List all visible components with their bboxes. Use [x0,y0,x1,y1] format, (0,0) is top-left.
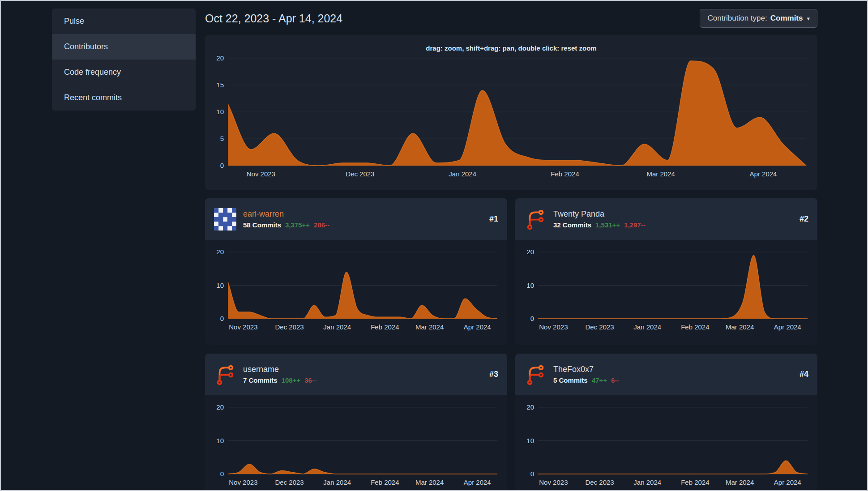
svg-text:20: 20 [216,403,224,411]
svg-text:Mar 2024: Mar 2024 [415,323,444,331]
svg-text:10: 10 [216,282,224,289]
contributor-chart[interactable]: 01020Nov 2023Dec 2023Jan 2024Feb 2024Mar… [515,395,817,491]
contribution-type-label: Contribution type: [707,14,767,23]
commit-count: 32 Commits [553,221,591,229]
svg-text:Feb 2024: Feb 2024 [371,478,399,486]
svg-text:20: 20 [216,54,224,62]
svg-text:0: 0 [530,470,534,478]
svg-text:Feb 2024: Feb 2024 [551,170,579,178]
additions-count: 1,531++ [595,221,620,229]
contributor-rank: #4 [800,370,808,379]
svg-text:5: 5 [220,135,224,142]
svg-text:Mar 2024: Mar 2024 [726,323,754,331]
svg-text:Nov 2023: Nov 2023 [229,478,257,486]
svg-text:Mar 2024: Mar 2024 [726,478,754,486]
commit-count: 7 Commits [243,376,278,384]
contributor-card-header: earl-warren 58 Commits 3,375++ 286-- #1 [205,198,507,240]
contribution-type-dropdown[interactable]: Contribution type: Commits ▾ [700,9,817,28]
svg-text:Jan 2024: Jan 2024 [449,170,476,178]
contributor-identity: Twenty Panda 32 Commits 1,531++ 1,297-- [553,209,646,229]
date-range-title: Oct 22, 2023 - Apr 14, 2024 [205,12,342,25]
svg-text:Dec 2023: Dec 2023 [275,478,304,486]
svg-text:Dec 2023: Dec 2023 [585,323,614,331]
forgejo-logo-avatar [524,363,547,386]
svg-text:10: 10 [216,108,224,115]
contributor-cards-grid: earl-warren 58 Commits 3,375++ 286-- #1 … [205,198,817,491]
contributor-chart[interactable]: 01020Nov 2023Dec 2023Jan 2024Feb 2024Mar… [515,240,817,345]
svg-text:10: 10 [216,437,224,444]
chevron-down-icon: ▾ [807,15,810,22]
contributor-stats: 5 Commits 47++ 6-- [553,376,619,384]
additions-count: 108++ [282,376,301,384]
svg-text:20: 20 [526,248,534,256]
contributor-stats: 58 Commits 3,375++ 286-- [243,221,329,229]
svg-text:Nov 2023: Nov 2023 [229,323,257,331]
contributor-rank: #3 [489,370,498,379]
contributor-card-header: Twenty Panda 32 Commits 1,531++ 1,297-- … [515,198,817,240]
svg-text:Jan 2024: Jan 2024 [633,478,661,486]
svg-text:Jan 2024: Jan 2024 [323,478,351,486]
contributor-card: Twenty Panda 32 Commits 1,531++ 1,297-- … [515,198,817,345]
deletions-count: 1,297-- [624,221,646,229]
svg-text:15: 15 [216,81,224,89]
contributor-card: username 7 Commits 108++ 36-- #3 01020No… [205,354,507,491]
identicon-avatar [214,208,236,231]
svg-text:Apr 2024: Apr 2024 [774,323,801,331]
svg-text:10: 10 [526,437,534,444]
contributor-stats: 7 Commits 108++ 36-- [243,376,316,384]
additions-count: 47++ [592,376,607,384]
commit-count: 58 Commits [243,221,281,229]
contributors-page: Pulse Contributors Code frequency Recent… [0,0,868,491]
svg-text:Nov 2023: Nov 2023 [539,323,568,331]
deletions-count: 36-- [304,376,316,384]
contributor-rank: #2 [800,214,808,224]
sidebar-item-pulse[interactable]: Pulse [52,9,196,34]
sidebar-item-contributors[interactable]: Contributors [52,34,196,60]
svg-text:20: 20 [216,248,224,256]
overall-chart-panel: drag: zoom, shift+drag: pan, double clic… [205,35,817,190]
contributor-card-header: username 7 Commits 108++ 36-- #3 [205,354,507,395]
main-chart[interactable]: 05101520Nov 2023Dec 2023Jan 2024Feb 2024… [205,35,817,190]
contributor-identity: earl-warren 58 Commits 3,375++ 286-- [243,209,329,229]
svg-text:10: 10 [526,282,534,289]
contributor-card-header: TheFox0x7 5 Commits 47++ 6-- #4 [515,354,817,395]
contributor-card: TheFox0x7 5 Commits 47++ 6-- #4 01020Nov… [515,354,817,491]
contributor-chart[interactable]: 01020Nov 2023Dec 2023Jan 2024Feb 2024Mar… [205,395,507,491]
svg-text:0: 0 [530,315,534,322]
svg-text:0: 0 [220,315,224,322]
main-content: Oct 22, 2023 - Apr 14, 2024 Contribution… [205,8,817,491]
sidebar-item-recent-commits[interactable]: Recent commits [52,85,196,111]
svg-text:Apr 2024: Apr 2024 [464,323,491,331]
forgejo-logo-avatar [214,363,236,386]
contributor-name: TheFox0x7 [553,365,619,374]
sidebar-menu: Pulse Contributors Code frequency Recent… [52,9,196,111]
contributor-card: earl-warren 58 Commits 3,375++ 286-- #1 … [205,198,507,345]
contributor-name[interactable]: earl-warren [243,209,329,219]
svg-text:Apr 2024: Apr 2024 [464,478,491,486]
svg-text:0: 0 [220,162,224,169]
svg-text:Apr 2024: Apr 2024 [750,170,777,178]
svg-text:20: 20 [526,403,534,411]
svg-text:Jan 2024: Jan 2024 [633,323,661,331]
contributor-chart[interactable]: 01020Nov 2023Dec 2023Jan 2024Feb 2024Mar… [205,240,507,345]
identicon-avatar-svg [214,208,236,231]
commit-count: 5 Commits [553,376,588,384]
deletions-count: 286-- [314,221,329,229]
svg-text:Jan 2024: Jan 2024 [323,323,351,331]
svg-text:Nov 2023: Nov 2023 [247,170,275,178]
svg-text:Feb 2024: Feb 2024 [371,323,399,331]
svg-text:Dec 2023: Dec 2023 [346,170,374,178]
deletions-count: 6-- [611,376,619,384]
page-header: Oct 22, 2023 - Apr 14, 2024 Contribution… [205,8,817,29]
sidebar-item-code-frequency[interactable]: Code frequency [52,60,196,85]
contributor-name: username [243,365,316,374]
contributor-stats: 32 Commits 1,531++ 1,297-- [553,221,646,229]
svg-text:Feb 2024: Feb 2024 [681,478,709,486]
additions-count: 3,375++ [285,221,310,229]
svg-text:Feb 2024: Feb 2024 [681,323,709,331]
svg-text:Dec 2023: Dec 2023 [585,478,614,486]
contribution-type-value: Commits [770,14,803,23]
forgejo-logo-avatar [524,208,547,231]
contributor-identity: username 7 Commits 108++ 36-- [243,365,316,384]
contributor-identity: TheFox0x7 5 Commits 47++ 6-- [553,365,619,384]
